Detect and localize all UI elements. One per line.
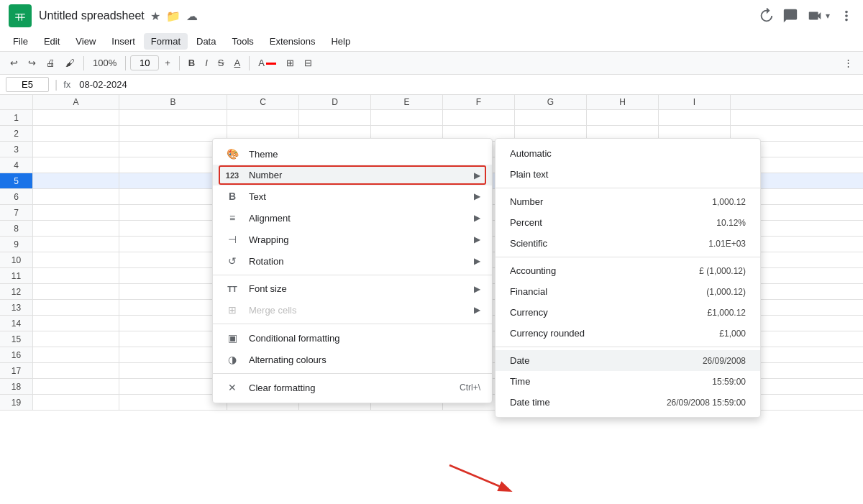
undo-btn[interactable]: ↩ — [6, 55, 22, 71]
cell[interactable] — [33, 189, 119, 204]
menu-edit[interactable]: Edit — [37, 33, 67, 50]
cell[interactable] — [119, 252, 227, 267]
redo-btn[interactable]: ↪ — [24, 55, 40, 71]
cell[interactable] — [33, 173, 119, 188]
format-wrapping[interactable]: ⊣ Wrapping ▶ — [213, 229, 492, 250]
folder-icon[interactable]: 📁 — [166, 9, 181, 23]
menu-extensions[interactable]: Extensions — [262, 33, 323, 50]
print-btn[interactable]: 🖨 — [42, 55, 60, 71]
format-rotation[interactable]: ↺ Rotation ▶ — [213, 250, 492, 272]
italic-btn[interactable]: I — [201, 55, 212, 71]
menu-view[interactable]: View — [68, 33, 103, 50]
cell[interactable] — [515, 110, 587, 125]
history-icon[interactable] — [758, 8, 774, 24]
format-theme[interactable]: 🎨 Theme — [213, 143, 492, 165]
format-merge-cells[interactable]: ⊞ Merge cells ▶ — [213, 299, 492, 321]
cell[interactable] — [227, 110, 299, 125]
cell[interactable] — [119, 284, 227, 299]
cell[interactable] — [119, 268, 227, 283]
bold-btn[interactable]: B — [184, 55, 199, 71]
format-number[interactable]: 123 Number ▶ — [213, 165, 492, 185]
font-size-plus-btn[interactable]: + — [160, 55, 175, 71]
cell[interactable] — [33, 252, 119, 267]
underline-btn[interactable]: A — [230, 55, 245, 71]
cell[interactable] — [119, 395, 227, 410]
col-header-i[interactable]: I — [659, 95, 731, 109]
comment-icon[interactable] — [782, 8, 798, 24]
menu-insert[interactable]: Insert — [104, 33, 142, 50]
cell[interactable] — [33, 363, 119, 378]
submenu-plain-text[interactable]: Plain text — [496, 164, 760, 185]
col-header-e[interactable]: E — [371, 95, 443, 109]
cell[interactable] — [33, 237, 119, 252]
cell[interactable] — [443, 110, 515, 125]
cell[interactable] — [33, 316, 119, 331]
more-icon[interactable] — [839, 8, 854, 24]
cell[interactable] — [119, 126, 227, 141]
col-header-b[interactable]: B — [119, 95, 227, 109]
cell[interactable] — [587, 110, 659, 125]
cell[interactable] — [33, 284, 119, 299]
doc-title[interactable]: Untitled spreadsheet — [39, 9, 145, 22]
cell[interactable] — [33, 110, 119, 125]
zoom-btn[interactable]: 100% — [88, 56, 121, 70]
strikethrough-btn[interactable]: S — [214, 55, 229, 71]
cloud-icon[interactable]: ☁ — [186, 9, 198, 23]
cell[interactable] — [119, 205, 227, 220]
submenu-accounting[interactable]: Accounting £ (1,000.12) — [496, 260, 760, 281]
cell[interactable] — [659, 110, 731, 125]
submenu-date[interactable]: Date 26/09/2008 — [496, 350, 760, 371]
col-header-c[interactable]: C — [227, 95, 299, 109]
video-button[interactable]: ▾ — [807, 8, 830, 24]
cell[interactable] — [33, 126, 119, 141]
formula-input[interactable]: 08-02-2024 — [76, 78, 857, 91]
cell[interactable] — [119, 347, 227, 362]
cell[interactable] — [33, 379, 119, 394]
menu-tools[interactable]: Tools — [224, 33, 260, 50]
borders-btn[interactable]: ⊞ — [282, 55, 298, 71]
menu-file[interactable]: File — [6, 33, 35, 50]
cell[interactable] — [371, 110, 443, 125]
col-header-f[interactable]: F — [443, 95, 515, 109]
submenu-automatic[interactable]: Automatic — [496, 143, 760, 164]
star-icon[interactable]: ★ — [150, 9, 160, 23]
cell[interactable] — [119, 142, 227, 157]
submenu-datetime[interactable]: Date time 26/09/2008 15:59:00 — [496, 392, 760, 413]
format-font-size[interactable]: TT Font size ▶ — [213, 278, 492, 299]
menu-data[interactable]: Data — [189, 33, 223, 50]
cell[interactable] — [33, 331, 119, 347]
cell[interactable] — [33, 347, 119, 362]
cell[interactable] — [33, 268, 119, 283]
format-alignment[interactable]: ≡ Alignment ▶ — [213, 207, 492, 229]
cell[interactable] — [119, 316, 227, 331]
menu-format[interactable]: Format — [144, 33, 188, 50]
submenu-number[interactable]: Number 1,000.12 — [496, 191, 760, 212]
submenu-currency[interactable]: Currency £1,000.12 — [496, 302, 760, 323]
font-size-input[interactable]: 10 — [130, 55, 159, 70]
cell[interactable] — [119, 221, 227, 236]
col-header-h[interactable]: H — [587, 95, 659, 109]
submenu-currency-rounded[interactable]: Currency rounded £1,000 — [496, 323, 760, 344]
cell[interactable] — [119, 363, 227, 378]
cell-reference[interactable]: E5 — [6, 77, 49, 92]
cell[interactable] — [119, 237, 227, 252]
menu-help[interactable]: Help — [324, 33, 357, 50]
cell[interactable] — [33, 205, 119, 220]
cell[interactable] — [33, 157, 119, 173]
col-header-d[interactable]: D — [299, 95, 371, 109]
format-alternating[interactable]: ◑ Alternating colours — [213, 349, 492, 370]
cell[interactable] — [33, 142, 119, 157]
more-toolbar-btn[interactable]: ⋮ — [839, 55, 857, 71]
paint-format-btn[interactable]: 🖌 — [61, 55, 79, 71]
cell[interactable] — [119, 379, 227, 394]
cell[interactable] — [119, 331, 227, 347]
merge-btn[interactable]: ⊟ — [300, 55, 316, 71]
cell[interactable] — [119, 300, 227, 315]
fill-color-btn[interactable]: A — [254, 55, 280, 71]
submenu-percent[interactable]: Percent 10.12% — [496, 212, 760, 233]
cell[interactable] — [119, 110, 227, 125]
submenu-financial[interactable]: Financial (1,000.12) — [496, 281, 760, 302]
format-text[interactable]: B Text ▶ — [213, 185, 492, 207]
cell[interactable] — [119, 173, 227, 188]
cell[interactable] — [119, 157, 227, 173]
